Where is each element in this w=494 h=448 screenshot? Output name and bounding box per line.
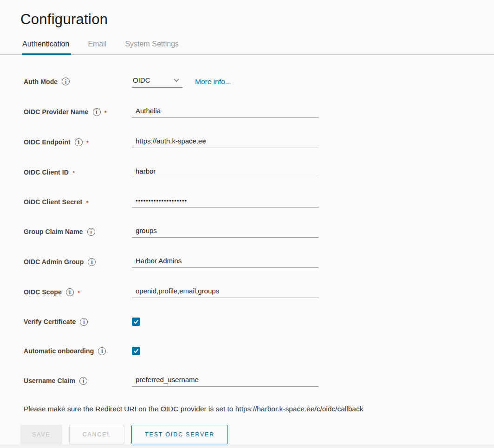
redirect-uri-note: Please make sure the Redirect URI on the… (20, 405, 494, 413)
field-label: Username Claim (24, 377, 75, 384)
checkmark-icon (133, 348, 139, 354)
label-group-claim-name: Group Claim Name i (24, 228, 132, 236)
required-marker: * (86, 200, 88, 206)
label-oidc-scope: OIDC Scope i * (24, 288, 132, 296)
auth-mode-controls: OIDC More info... (132, 75, 318, 88)
field-label: OIDC Admin Group (24, 258, 84, 266)
info-icon[interactable]: i (75, 138, 83, 146)
required-marker: * (78, 290, 80, 296)
checkmark-icon (133, 319, 139, 325)
automatic-onboarding-checkbox[interactable] (132, 347, 140, 355)
field-label: Group Claim Name (24, 228, 83, 235)
oidc-client-secret-input[interactable] (132, 196, 318, 208)
form-row-oidc-admin-group: OIDC Admin Group i (20, 256, 494, 268)
info-icon[interactable]: i (93, 108, 101, 116)
field-label: OIDC Provider Name (24, 108, 89, 116)
info-icon[interactable]: i (80, 318, 88, 326)
info-icon[interactable]: i (88, 258, 96, 266)
form-row-automatic-onboarding: Automatic onboarding i (20, 345, 494, 357)
label-oidc-client-secret: OIDC Client Secret * (24, 198, 132, 206)
form-row-auth-mode: Auth Mode i OIDC More info... (20, 75, 494, 88)
field-label: Automatic onboarding (24, 347, 94, 355)
form-row-group-claim-name: Group Claim Name i (20, 226, 494, 238)
oidc-admin-group-input[interactable] (132, 256, 318, 268)
group-claim-name-input[interactable] (132, 226, 318, 238)
form-row-oidc-scope: OIDC Scope i * (20, 286, 494, 298)
oidc-provider-name-input[interactable] (132, 106, 318, 118)
label-oidc-endpoint: OIDC Endpoint i * (24, 138, 132, 146)
oidc-client-id-input[interactable] (132, 166, 318, 178)
label-oidc-admin-group: OIDC Admin Group i (24, 258, 132, 266)
label-oidc-provider-name: OIDC Provider Name i * (24, 108, 132, 116)
configuration-page: Configuration Authentication Email Syste… (0, 11, 494, 444)
required-marker: * (72, 170, 75, 176)
auth-mode-select[interactable]: OIDC (132, 75, 183, 88)
oidc-endpoint-input[interactable] (132, 136, 318, 148)
label-automatic-onboarding: Automatic onboarding i (24, 347, 132, 355)
form-row-oidc-provider-name: OIDC Provider Name i * (20, 106, 494, 118)
oidc-scope-input[interactable] (132, 286, 318, 298)
field-label: OIDC Client Secret (24, 198, 82, 206)
field-label: OIDC Endpoint (24, 138, 71, 146)
save-button[interactable]: SAVE (20, 425, 62, 444)
label-oidc-client-id: OIDC Client ID * (24, 169, 132, 176)
test-oidc-server-button[interactable]: TEST OIDC SERVER (131, 425, 228, 444)
verify-certificate-checkbox[interactable] (132, 318, 140, 326)
tab-authentication[interactable]: Authentication (22, 40, 70, 54)
info-icon[interactable]: i (98, 347, 106, 355)
required-marker: * (104, 110, 107, 116)
tab-email[interactable]: Email (88, 40, 107, 54)
info-icon[interactable]: i (62, 78, 70, 85)
tab-system-settings[interactable]: System Settings (125, 40, 180, 54)
form-row-oidc-client-secret: OIDC Client Secret * (20, 196, 494, 208)
form-row-verify-certificate: Verify Certificate i (20, 316, 494, 327)
username-claim-input[interactable] (132, 375, 318, 387)
label-verify-certificate: Verify Certificate i (24, 318, 132, 326)
field-label: Verify Certificate (24, 318, 76, 325)
chevron-down-icon (174, 77, 179, 82)
footer-strip (0, 444, 494, 448)
info-icon[interactable]: i (87, 228, 95, 236)
required-marker: * (86, 140, 89, 146)
auth-config-form: Auth Mode i OIDC More info... OIDC Provi… (20, 75, 494, 444)
form-row-oidc-client-id: OIDC Client ID * (20, 166, 494, 178)
field-label: OIDC Client ID (24, 169, 69, 176)
field-label: OIDC Scope (24, 288, 62, 296)
more-info-link[interactable]: More info... (195, 78, 231, 86)
field-label: Auth Mode (24, 78, 58, 85)
action-buttons: SAVE CANCEL TEST OIDC SERVER (20, 425, 494, 444)
auth-mode-selected-value: OIDC (133, 76, 150, 84)
tab-bar: Authentication Email System Settings (0, 40, 494, 55)
label-username-claim: Username Claim i (24, 377, 132, 385)
label-auth-mode: Auth Mode i (24, 78, 132, 85)
cancel-button[interactable]: CANCEL (69, 425, 125, 444)
info-icon[interactable]: i (66, 288, 74, 296)
page-title: Configuration (20, 11, 494, 28)
info-icon[interactable]: i (79, 377, 87, 385)
form-row-oidc-endpoint: OIDC Endpoint i * (20, 136, 494, 148)
form-row-username-claim: Username Claim i (20, 375, 494, 387)
